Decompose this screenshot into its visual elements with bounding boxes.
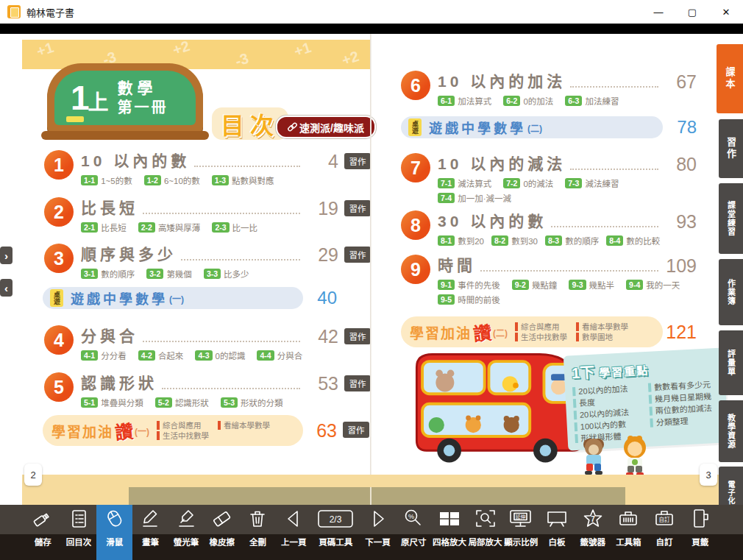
previous-page-tool[interactable]: 上一頁 bbox=[276, 505, 312, 560]
section-link[interactable]: 6-3加法練習 bbox=[565, 95, 619, 107]
section-link[interactable]: 6-20的加法 bbox=[503, 95, 553, 107]
section-link[interactable]: 1-3點數與對應 bbox=[212, 174, 274, 186]
section-link[interactable]: 9-2幾點鐘 bbox=[512, 279, 558, 291]
partial-zoom-tool[interactable]: 局部放大 bbox=[467, 505, 503, 560]
link-icon bbox=[288, 122, 297, 132]
eraser-tool[interactable]: 橡皮擦 bbox=[204, 505, 240, 560]
section-link[interactable]: 8-3數的順序 bbox=[545, 235, 599, 247]
edge-arrow-right-button[interactable]: › bbox=[0, 247, 13, 264]
page-number-tool[interactable]: 2/3 頁碼工具 bbox=[312, 505, 360, 560]
chapter-page-number[interactable]: 19 bbox=[305, 199, 338, 218]
chapter-page-number[interactable]: 4 bbox=[305, 152, 338, 171]
board-game-bar[interactable]: 桌遊 遊戲中學數學 (二) bbox=[401, 116, 663, 138]
sidebar-tab-assessment-sheet[interactable]: 評量單 bbox=[719, 330, 743, 395]
close-button[interactable]: ✕ bbox=[709, 0, 743, 24]
chapter-page-number[interactable]: 67 bbox=[663, 73, 697, 91]
exercise-badge[interactable]: 習作 bbox=[344, 328, 371, 344]
page-tabs-tool[interactable]: 頁籤 bbox=[682, 505, 718, 560]
maximize-button[interactable]: ▢ bbox=[675, 0, 709, 24]
chapter-title[interactable]: 時間 bbox=[438, 253, 476, 275]
toc-chapter-row: 5 認識形狀 53 習作 5-1堆疊與分類 5-2認識形狀 5-3形狀的分類 bbox=[44, 371, 371, 408]
section-link[interactable]: 4-30的認識 bbox=[195, 350, 245, 361]
chapter-page-number[interactable]: 53 bbox=[305, 375, 338, 393]
exercise-badge[interactable]: 習作 bbox=[344, 200, 371, 216]
section-link[interactable]: 7-20的減法 bbox=[503, 177, 553, 189]
four-grid-zoom-tool[interactable]: 四格放大 bbox=[432, 505, 468, 560]
mouse-tool[interactable]: 滑鼠 bbox=[96, 505, 132, 560]
edge-arrow-left-button[interactable]: ‹ bbox=[0, 279, 13, 297]
chapter-page-number[interactable]: 80 bbox=[663, 155, 697, 174]
quick-test-link-button[interactable]: 速測派/趣味派 bbox=[276, 116, 376, 138]
section-link[interactable]: 2-3比一比 bbox=[212, 221, 257, 233]
sidebar-tab-workbook[interactable]: 習作 bbox=[719, 119, 743, 178]
number-picker-tool[interactable]: 7 籤號器 bbox=[575, 505, 611, 560]
section-link[interactable]: 8-2數到30 bbox=[491, 235, 538, 247]
sidebar-tab-class-practice[interactable]: 課堂練習 bbox=[719, 183, 743, 254]
exercise-badge[interactable]: 習作 bbox=[344, 375, 371, 391]
section-link[interactable]: 7-3減法練習 bbox=[565, 177, 619, 189]
section-link[interactable]: 3-2第幾個 bbox=[146, 268, 192, 280]
section-link[interactable]: 9-3幾點半 bbox=[569, 279, 614, 291]
chapter-title[interactable]: 30 以內的數 bbox=[438, 209, 547, 231]
section-link[interactable]: 4-4分與合 bbox=[257, 350, 302, 361]
section-label: 數的順序 bbox=[101, 268, 135, 280]
section-link[interactable]: 4-2合起來 bbox=[138, 350, 184, 361]
chapter-title[interactable]: 10 以內的加法 bbox=[438, 69, 566, 91]
section-link[interactable]: 3-1數的順序 bbox=[81, 268, 135, 280]
highlighter-tool[interactable]: 螢光筆 bbox=[168, 505, 205, 560]
chapter-page-number[interactable]: 109 bbox=[663, 257, 697, 275]
back-to-toc-tool[interactable]: 回目次 bbox=[61, 505, 97, 560]
section-link[interactable]: 8-1數到20 bbox=[438, 235, 484, 247]
section-link[interactable]: 6-1加法算式 bbox=[438, 95, 491, 107]
chapter-page-number[interactable]: 29 bbox=[305, 246, 338, 264]
section-link[interactable]: 4-1分分看 bbox=[81, 350, 127, 361]
section-code: 4-2 bbox=[138, 350, 155, 361]
next-page-tool[interactable]: 下一頁 bbox=[360, 505, 396, 560]
section-link[interactable]: 2-1比長短 bbox=[81, 221, 127, 233]
exercise-badge[interactable]: 習作 bbox=[344, 153, 371, 169]
original-size-tool[interactable]: % 原尺寸 bbox=[396, 505, 432, 560]
pen-tool[interactable]: 畫筆 bbox=[132, 505, 168, 560]
section-link[interactable]: 3-3比多少 bbox=[204, 268, 249, 280]
sidebar-tab-homework-book[interactable]: 作業簿 bbox=[719, 259, 743, 325]
section-link[interactable]: 9-5時間的前後 bbox=[438, 294, 500, 305]
exercise-badge[interactable]: 習作 bbox=[343, 422, 369, 438]
section-link[interactable]: 1-11~5的數 bbox=[81, 174, 132, 186]
board-game-page-number[interactable]: 78 bbox=[663, 117, 697, 138]
sidebar-tab-textbook[interactable]: 課本 bbox=[717, 44, 743, 113]
boost-page-number[interactable]: 63 bbox=[303, 422, 337, 440]
chapter-title[interactable]: 分與合 bbox=[81, 324, 138, 346]
minimize-button[interactable]: — bbox=[641, 0, 675, 24]
toolbox-tool[interactable]: 工具箱 bbox=[611, 505, 647, 560]
chapter-title[interactable]: 認識形狀 bbox=[81, 371, 157, 393]
tool-label: 白板 bbox=[549, 532, 566, 560]
chapter-page-number[interactable]: 93 bbox=[663, 213, 697, 231]
learning-boost-bar[interactable]: 學習加油 讚 (一) 綜合與應用 看繪本學數學 生活中找數學 bbox=[43, 415, 303, 446]
section-link[interactable]: 5-3形狀的分類 bbox=[221, 397, 283, 408]
section-link[interactable]: 9-1事件的先後 bbox=[438, 279, 500, 291]
custom-tool[interactable]: 自訂 自訂 bbox=[647, 505, 683, 560]
boost-page-number[interactable]: 121 bbox=[663, 323, 697, 341]
sidebar-tab-teaching-resources[interactable]: 教學資源 bbox=[719, 400, 743, 462]
section-link[interactable]: 8-4數的比較 bbox=[606, 235, 660, 247]
save-tool[interactable]: 儲存 bbox=[25, 505, 61, 560]
chapter-page-number[interactable]: 42 bbox=[305, 327, 338, 346]
boost-item: 數學園地 bbox=[576, 333, 628, 341]
section-link[interactable]: 2-2高矮與厚薄 bbox=[138, 221, 201, 233]
section-link[interactable]: 7-1減法算式 bbox=[438, 177, 491, 189]
section-link[interactable]: 7-4加一加·減一減 bbox=[438, 192, 511, 204]
delete-all-tool[interactable]: 全刪 bbox=[240, 505, 276, 560]
chapter-title[interactable]: 比長短 bbox=[81, 196, 138, 218]
section-link[interactable]: 1-26~10的數 bbox=[144, 174, 200, 186]
exercise-badge[interactable]: 習作 bbox=[344, 247, 371, 263]
board-game-bar[interactable]: 桌遊 遊戲中學數學 (一) bbox=[43, 287, 303, 309]
section-link[interactable]: 5-2認識形狀 bbox=[155, 397, 209, 408]
board-game-page-number[interactable]: 40 bbox=[303, 288, 337, 308]
chapter-title[interactable]: 10 以內的減法 bbox=[438, 152, 566, 174]
section-link[interactable]: 9-4我的一天 bbox=[626, 279, 680, 291]
section-link[interactable]: 5-1堆疊與分類 bbox=[81, 397, 143, 408]
whiteboard-tool[interactable]: 白板 bbox=[539, 505, 575, 560]
chapter-title[interactable]: 10 以內的數 bbox=[81, 149, 190, 171]
display-ratio-tool[interactable]: 延伸 顯示比例 bbox=[503, 505, 539, 560]
chapter-title[interactable]: 順序與多少 bbox=[81, 242, 177, 264]
